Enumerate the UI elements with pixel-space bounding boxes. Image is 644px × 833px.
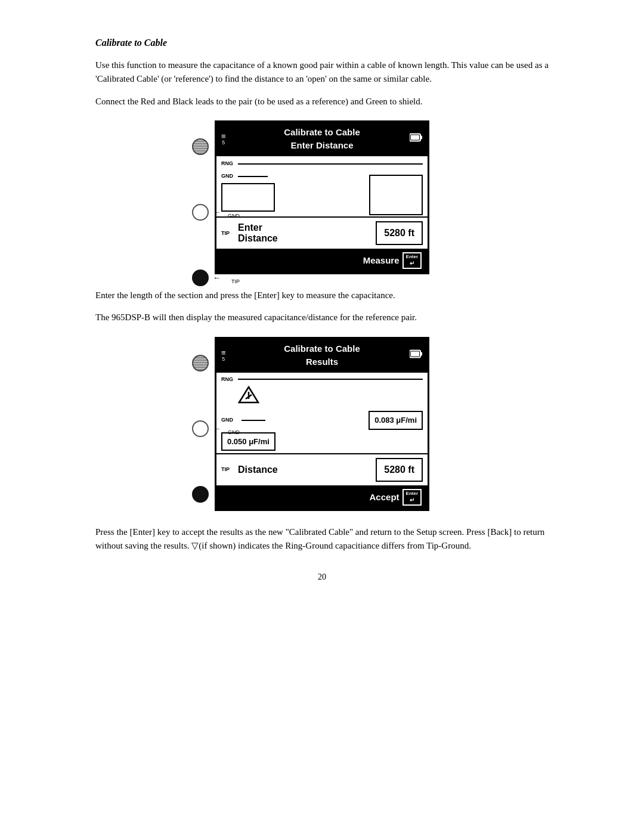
tip-label-1: TIP	[231, 278, 240, 286]
tip-row-label-2: TIP	[221, 466, 238, 474]
menu-icon-1: ≡ 5	[221, 132, 226, 145]
enter-key-icon-1: Enter ↵	[402, 252, 422, 269]
screen-1-header: ≡ 5 Calibrate to Cable Enter Distance	[216, 122, 428, 156]
screen-2-title-line2: Results	[284, 355, 360, 369]
screen-2: ≡ 5 Calibrate to Cable Results	[215, 337, 429, 511]
svg-rect-4	[420, 352, 422, 356]
screen-1-tip-row: TIP Enter Distance 5280 ft	[216, 216, 428, 249]
svg-rect-2	[411, 135, 419, 140]
side-buttons-2: RNG GND TIP	[192, 355, 209, 525]
battery-icon-1	[410, 131, 423, 147]
paragraph-4: The 965DSP-B will then display the measu…	[95, 311, 549, 324]
device-outer-2: RNG GND TIP ≡ 5	[215, 337, 429, 511]
screen-2-tip-row: TIP Distance 5280 ft	[216, 453, 428, 485]
gnd-button-2[interactable]	[192, 420, 209, 437]
tip-row-label-1: TIP	[221, 230, 238, 238]
rng-line-2	[238, 379, 423, 380]
device-container-1: RNG GND TIP ≡ 5	[95, 120, 549, 274]
gnd-row-label-1: GND	[221, 172, 238, 181]
screen-1: ≡ 5 Calibrate to Cable Enter Distance	[215, 120, 429, 274]
menu-icon-2: ≡ 5	[221, 349, 226, 362]
distance-label-2: Distance	[238, 463, 376, 477]
screen-1-title-line1: Calibrate to Cable	[284, 126, 360, 140]
rng-row-label-2: RNG	[221, 376, 238, 384]
enter-label-line1: Enter	[238, 222, 376, 233]
ring-ground-value: 0.083 μF/mi	[369, 411, 423, 430]
screen-1-header-text: Calibrate to Cable Enter Distance	[284, 126, 360, 153]
gnd-label-1: GND	[228, 212, 240, 221]
tip-label-2: TIP	[231, 494, 240, 503]
paragraph-1: Use this function to measure the capacit…	[95, 58, 549, 86]
screen-1-rng-row: RNG	[216, 156, 428, 169]
side-buttons-1: RNG GND TIP	[192, 138, 209, 309]
gnd-line-2	[242, 420, 265, 421]
screen-2-header: ≡ 5 Calibrate to Cable Results	[216, 339, 428, 373]
gnd-row-label-2: GND	[221, 416, 238, 425]
enter-label-line2: Distance	[238, 233, 376, 244]
paragraph-5: Press the [Enter] key to accept the resu…	[95, 525, 549, 553]
tip-button-2[interactable]	[192, 486, 209, 503]
rng-line-1	[238, 163, 423, 165]
screen-1-title-line2: Enter Distance	[284, 139, 360, 153]
screen-1-gnd-row: GND	[216, 169, 428, 216]
enter-key-text-1: Enter	[406, 255, 418, 260]
svg-rect-5	[411, 352, 419, 357]
screen-1-body: RNG GND	[216, 156, 428, 249]
enter-distance-label-1: Enter Distance	[238, 222, 376, 244]
enter-key-text-2: Enter	[406, 491, 418, 497]
rng-button-1[interactable]	[192, 138, 209, 155]
gnd-button-1[interactable]	[192, 204, 209, 221]
svg-rect-1	[420, 136, 422, 140]
screen-2-footer: Accept Enter ↵	[216, 485, 428, 509]
screen-num-icon-1: 5	[222, 140, 225, 145]
gnd-line-1	[238, 176, 268, 177]
enter-distance-value-1: 5280 ft	[376, 221, 423, 245]
tip-button-1[interactable]	[192, 270, 209, 286]
warning-triangle-icon	[238, 386, 259, 404]
distance-value-2: 5280 ft	[376, 458, 423, 482]
measure-button[interactable]: Measure Enter ↵	[363, 252, 422, 269]
screen-2-title-line1: Calibrate to Cable	[284, 342, 360, 356]
section-title: Calibrate to Cable	[95, 36, 549, 50]
ref-box-1	[369, 175, 423, 215]
rng-button-2[interactable]	[192, 355, 209, 371]
enter-key-icon-2: Enter ↵	[402, 489, 422, 506]
screen-1-gnd-left: GND	[221, 172, 364, 212]
screen-num-icon-2: 5	[222, 357, 225, 362]
screen-2-rng-row: RNG	[216, 373, 428, 385]
screen-1-gnd-arrow-line: GND	[221, 172, 364, 181]
gnd-label-2: GND	[228, 429, 240, 437]
paragraph-2: Connect the Red and Black leads to the p…	[95, 95, 549, 109]
gnd-box-1	[221, 183, 275, 212]
enter-key-arrow-2: ↵	[410, 497, 414, 503]
screen-2-body: RNG GND	[216, 373, 428, 486]
page-number: 20	[95, 571, 549, 583]
screen-2-tip-ground-row: 0.050 μF/mi	[216, 431, 428, 454]
device-outer-1: RNG GND TIP ≡ 5	[215, 120, 429, 274]
screen-2-gnd-row: GND 0.083 μF/mi	[216, 410, 428, 431]
accept-button[interactable]: Accept Enter ↵	[370, 489, 422, 506]
accept-button-label: Accept	[370, 491, 400, 504]
paragraph-3: Enter the length of the section and pres…	[95, 289, 549, 302]
screen-1-footer: Measure Enter ↵	[216, 249, 428, 272]
screen-2-header-text: Calibrate to Cable Results	[284, 342, 360, 369]
battery-icon-2	[410, 348, 423, 364]
rng-row-label-1: RNG	[221, 160, 238, 168]
warning-icon-area	[216, 385, 428, 410]
enter-key-arrow-1: ↵	[410, 260, 414, 267]
device-container-2: RNG GND TIP ≡ 5	[95, 337, 549, 511]
page-content: Calibrate to Cable Use this function to …	[95, 36, 549, 583]
measure-button-label: Measure	[363, 254, 400, 268]
